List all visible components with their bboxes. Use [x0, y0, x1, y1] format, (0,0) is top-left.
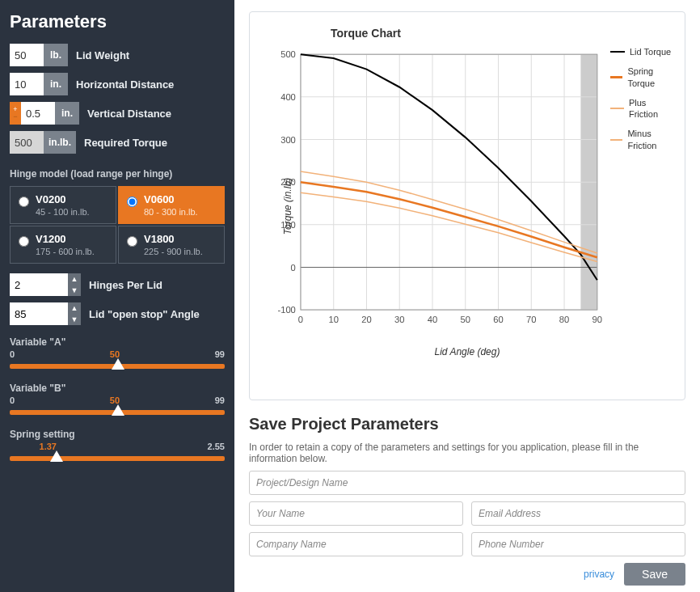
hinge-title: V1200: [36, 233, 95, 245]
var-b-min: 0: [10, 395, 15, 405]
email-input[interactable]: [471, 501, 685, 526]
save-description: In order to retain a copy of the paramet…: [249, 442, 685, 464]
svg-text:0: 0: [298, 315, 303, 324]
req-torque-output: [10, 131, 44, 154]
torque-chart: 0102030405060708090-1000100200300400500: [259, 46, 605, 335]
save-title: Save Project Parameters: [249, 415, 685, 433]
phone-input[interactable]: [471, 532, 685, 556]
req-torque-unit: in.lb.: [44, 131, 76, 154]
h-distance-unit: in.: [44, 73, 68, 95]
req-torque-label: Required Torque: [84, 137, 167, 149]
hinge-radio-v0600[interactable]: [127, 197, 137, 207]
svg-text:300: 300: [280, 135, 296, 145]
hinge-radio-v0200[interactable]: [19, 197, 29, 207]
svg-text:40: 40: [428, 315, 437, 324]
var-b-label: Variable "B": [10, 383, 225, 394]
hinges-per-lid-up-button[interactable]: ▲: [68, 273, 81, 285]
param-hinges-per-lid: ▲ ▼ Hinges Per Lid: [10, 273, 225, 296]
hinge-range: 175 - 600 in.lb.: [36, 247, 95, 256]
svg-text:400: 400: [280, 92, 296, 102]
hinge-range: 80 - 300 in.lb.: [144, 207, 198, 217]
lid-weight-unit: lb.: [44, 44, 68, 66]
hinge-title: V1800: [144, 233, 203, 245]
open-stop-input[interactable]: [10, 302, 68, 325]
lid-weight-label: Lid Weight: [76, 49, 129, 61]
var-b-max: 99: [215, 395, 225, 405]
hinge-option-v0200[interactable]: V0200 45 - 100 in.lb.: [10, 186, 116, 224]
hinge-model-grid: V0200 45 - 100 in.lb. V0600 80 - 300 in.…: [10, 186, 225, 264]
spring-max: 2.55: [208, 442, 225, 451]
hinge-range: 225 - 900 in.lb.: [144, 247, 203, 256]
spring-label: Spring setting: [10, 429, 225, 440]
hinge-title: V0600: [144, 193, 198, 205]
hinges-per-lid-down-button[interactable]: ▼: [68, 285, 81, 296]
legend-item: Spring Torque: [610, 66, 675, 89]
hinge-option-v0600[interactable]: V0600 80 - 300 in.lb.: [118, 186, 225, 224]
hinge-radio-v1800[interactable]: [127, 236, 137, 247]
hinges-per-lid-input[interactable]: [10, 273, 68, 296]
hinge-option-v1800[interactable]: V1800 225 - 900 in.lb.: [118, 226, 225, 264]
chart-legend: Lid TorqueSpring TorquePlus FrictionMinu…: [605, 46, 675, 335]
torque-chart-card: Torque (in.lb) Torque Chart 010203040506…: [249, 11, 685, 400]
svg-text:10: 10: [328, 315, 338, 324]
your-name-input[interactable]: [249, 501, 463, 526]
chart-x-axis-label: Lid Angle (deg): [259, 346, 675, 357]
minus-icon: −: [13, 113, 17, 121]
svg-text:500: 500: [280, 49, 296, 59]
slider-var-a: Variable "A" 0 50 99: [10, 336, 225, 371]
lid-weight-input[interactable]: [10, 44, 44, 66]
svg-text:70: 70: [526, 315, 536, 324]
hinge-title: V0200: [36, 193, 90, 205]
hinges-per-lid-label: Hinges Per Lid: [89, 279, 162, 291]
svg-text:0: 0: [291, 263, 296, 273]
param-open-stop: ▲ ▼ Lid "open stop" Angle: [10, 302, 225, 325]
hinge-section-label: Hinge model (load range per hinge): [10, 168, 225, 180]
hinge-range: 45 - 100 in.lb.: [36, 207, 90, 217]
hinge-option-v1200[interactable]: V1200 175 - 600 in.lb.: [10, 226, 116, 264]
var-b-slider[interactable]: [10, 410, 225, 415]
var-a-min: 0: [10, 349, 15, 359]
param-lid-weight: lb. Lid Weight: [10, 44, 225, 66]
h-distance-input[interactable]: [10, 73, 44, 95]
var-a-label: Variable "A": [10, 336, 225, 348]
save-button[interactable]: Save: [624, 563, 685, 586]
slider-var-b: Variable "B" 0 50 99: [10, 383, 225, 417]
svg-text:90: 90: [592, 315, 602, 324]
chart-title: Torque Chart: [331, 27, 675, 40]
h-distance-label: Horizontal Distance: [76, 78, 174, 91]
spring-slider[interactable]: [10, 456, 225, 461]
v-distance-input[interactable]: [21, 102, 55, 125]
hinge-radio-v1200[interactable]: [19, 236, 29, 247]
v-distance-label: Vertical Distance: [87, 108, 171, 120]
project-name-input[interactable]: [249, 471, 685, 495]
slider-spring: Spring setting 1.37 2.55: [10, 429, 225, 463]
svg-text:50: 50: [461, 315, 470, 324]
open-stop-up-button[interactable]: ▲: [68, 302, 81, 314]
v-distance-unit: in.: [55, 102, 79, 125]
legend-item: Plus Friction: [610, 97, 675, 121]
param-req-torque: in.lb. Required Torque: [10, 131, 225, 154]
open-stop-label: Lid "open stop" Angle: [89, 308, 200, 320]
svg-text:20: 20: [361, 315, 371, 324]
company-input[interactable]: [249, 532, 463, 556]
sidebar-title: Parameters: [10, 11, 225, 32]
save-section: Save Project Parameters In order to reta…: [249, 415, 685, 586]
legend-item: Lid Torque: [610, 46, 675, 57]
var-a-slider[interactable]: [10, 364, 225, 369]
sign-toggle-button[interactable]: +−: [10, 102, 21, 125]
svg-text:80: 80: [559, 315, 569, 324]
var-a-max: 99: [215, 349, 225, 359]
svg-text:60: 60: [493, 315, 503, 324]
privacy-link[interactable]: privacy: [584, 569, 614, 580]
chart-y-axis-label: Torque (in.lb): [282, 177, 293, 234]
legend-item: Minus Friction: [610, 128, 675, 151]
param-h-distance: in. Horizontal Distance: [10, 73, 225, 95]
svg-text:30: 30: [394, 315, 404, 324]
svg-text:-100: -100: [277, 305, 295, 315]
param-v-distance: +− in. Vertical Distance: [10, 102, 225, 125]
open-stop-down-button[interactable]: ▼: [68, 314, 81, 325]
